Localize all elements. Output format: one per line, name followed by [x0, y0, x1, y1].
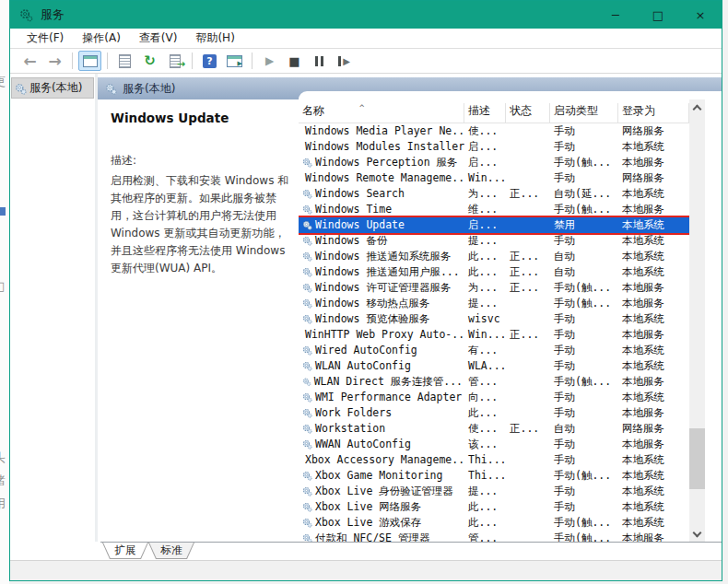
service-row[interactable]: Windows Search为...正...自动(延...本地系统: [299, 186, 689, 202]
column-header[interactable]: 描述: [464, 103, 506, 123]
status-cell: [506, 202, 550, 217]
description-cell: 此...: [464, 405, 506, 421]
service-row-selected[interactable]: Windows Update启...禁用本地系统: [299, 217, 689, 233]
tab-standard[interactable]: [148, 543, 194, 559]
minimize-button[interactable]: ─: [594, 1, 637, 29]
status-cell: 正...: [506, 421, 550, 437]
status-cell: [506, 499, 550, 515]
help-button[interactable]: [198, 51, 221, 71]
column-header[interactable]: 状态: [506, 103, 550, 123]
logon-as-cell: 本地系统: [618, 139, 689, 155]
service-row[interactable]: Xbox Live 网络服务此...手动本地系统: [299, 499, 689, 515]
service-row[interactable]: WWAN AutoConfig该...手动本地服务: [299, 437, 689, 452]
console-tree-button[interactable]: [78, 51, 101, 71]
service-row[interactable]: Xbox Live 游戏保存此...手动(触...本地系统: [299, 515, 689, 531]
service-row[interactable]: Windows Time维...手动(触...本地服务: [299, 202, 689, 217]
background-glyph: 绪: [0, 473, 6, 489]
service-row[interactable]: Windows Media Player Ne...使...手动网络服务: [299, 123, 689, 139]
service-row[interactable]: Wired AutoConfig有...手动本地系统: [299, 343, 689, 358]
scroll-up-button[interactable]: [689, 99, 705, 115]
stop-service-button[interactable]: [283, 51, 306, 71]
column-header[interactable]: 名称^: [299, 103, 464, 123]
service-name-cell: Windows 移动热点服务: [299, 296, 464, 311]
window-controls: ─ □ ×: [594, 1, 722, 29]
service-row[interactable]: Xbox Game MonitoringThi...手动(触...本地系统: [299, 468, 689, 484]
description-cell: Win...: [464, 170, 506, 186]
service-row[interactable]: Windows Remote Manageme...Win...手动网络服务: [299, 170, 689, 186]
scrollbar-track[interactable]: [689, 115, 705, 526]
service-row[interactable]: WLAN AutoConfigWLA...手动本地系统: [299, 358, 689, 374]
service-gear-icon: [302, 424, 312, 434]
service-name-cell: Windows 推送通知系统服务: [299, 249, 464, 264]
service-row[interactable]: Xbox Accessory Manageme...Thi...手动本地系统: [299, 452, 689, 468]
menu-item[interactable]: 操作(A): [73, 30, 130, 46]
scrollbar-thumb[interactable]: [689, 428, 705, 489]
service-row[interactable]: Windows 预览体验服务wisvc手动本地系统: [299, 311, 689, 327]
vertical-scrollbar[interactable]: [689, 99, 705, 542]
maximize-button[interactable]: □: [637, 1, 679, 29]
service-row[interactable]: Windows Perception 服务启...手动(触...本地服务: [299, 155, 689, 170]
description-cell: 有...: [464, 343, 506, 358]
column-header[interactable]: 登录为: [618, 103, 689, 123]
service-gear-icon: [302, 408, 312, 418]
description-cell: 此...: [464, 515, 506, 531]
action-pane-button[interactable]: [223, 51, 246, 71]
description-cell: 向...: [464, 390, 506, 405]
close-button[interactable]: ×: [679, 1, 722, 29]
service-gear-icon: [302, 267, 312, 277]
startup-type-cell: 禁用: [550, 217, 618, 233]
startup-type-cell: 手动(触...: [550, 280, 618, 296]
service-row[interactable]: Windows Modules Installer启...手动本地系统: [299, 139, 689, 155]
column-header[interactable]: 启动类型: [550, 103, 618, 123]
forward-button[interactable]: [43, 51, 66, 71]
status-cell: [506, 343, 550, 358]
service-row[interactable]: WLAN Direct 服务连接管...管...手动(触...本地服务: [299, 374, 689, 390]
service-name-cell: Wired AutoConfig: [299, 343, 464, 358]
service-name-cell: Windows Time: [299, 202, 464, 217]
tab-extended[interactable]: [102, 543, 148, 559]
start-service-button[interactable]: [258, 51, 281, 71]
service-row[interactable]: Windows 推送通知用户服...此...正...自动本地系统: [299, 264, 689, 280]
service-gear-icon: [302, 345, 312, 356]
description-cell: 提...: [464, 296, 506, 311]
description-cell: 启...: [464, 139, 506, 155]
scroll-down-button[interactable]: [689, 526, 705, 542]
properties-button[interactable]: [113, 51, 136, 71]
service-row[interactable]: Work Folders此...手动本地服务: [299, 405, 689, 421]
service-row[interactable]: Windows 推送通知系统服务此...正...自动本地系统: [299, 249, 689, 264]
service-name-cell: Windows Remote Manageme...: [299, 170, 464, 186]
logon-as-cell: 本地系统: [618, 358, 689, 374]
service-row[interactable]: Windows 备份提...手动本地系统: [299, 233, 689, 249]
service-row[interactable]: Windows 许可证管理器服务为...正...手动(触...本地服务: [299, 280, 689, 296]
description-cell: WLA...: [464, 358, 506, 374]
sort-ascending-icon: ^: [359, 103, 364, 112]
services-local-header: 服务(本地): [98, 77, 722, 99]
menu-item[interactable]: 帮助(H): [186, 30, 243, 46]
service-name-cell: WMI Performance Adapter: [299, 390, 464, 405]
service-row[interactable]: Windows 移动热点服务提...手动(触...本地服务: [299, 296, 689, 311]
service-name-cell: WLAN AutoConfig: [299, 358, 464, 374]
service-row[interactable]: WMI Performance Adapter向...手动本地系统: [299, 390, 689, 405]
service-row[interactable]: 付款和 NFC/SE 管理器管...手动(触...本地服务: [299, 531, 689, 542]
service-row[interactable]: Workstation使...正...自动网络服务: [299, 421, 689, 437]
service-row[interactable]: Xbox Live 身份验证管理器提...手动本地系统: [299, 484, 689, 499]
status-cell: [506, 311, 550, 327]
service-gear-icon: [302, 533, 312, 542]
logon-as-cell: 本地系统: [618, 343, 689, 358]
tree-item-services-local[interactable]: 服务(本地): [11, 77, 94, 99]
refresh-button[interactable]: [138, 51, 161, 71]
startup-type-cell: 手动: [550, 327, 618, 343]
toolbar-separator: [252, 53, 252, 69]
list-header: 名称^描述状态启动类型登录为: [299, 99, 689, 123]
menu-item[interactable]: 查看(V): [130, 30, 187, 46]
pause-service-button[interactable]: [308, 51, 331, 71]
restart-service-button[interactable]: [333, 51, 356, 71]
back-button[interactable]: [18, 51, 41, 71]
service-row[interactable]: WinHTTP Web Proxy Auto-...Win...正...手动本地…: [299, 327, 689, 343]
logon-as-cell: 本地系统: [618, 186, 689, 202]
logon-as-cell: 本地服务: [618, 374, 689, 390]
menu-item[interactable]: 文件(F): [18, 30, 73, 46]
description-cell: wisvc: [464, 311, 506, 327]
status-cell: [506, 390, 550, 405]
export-list-button[interactable]: [163, 51, 186, 71]
